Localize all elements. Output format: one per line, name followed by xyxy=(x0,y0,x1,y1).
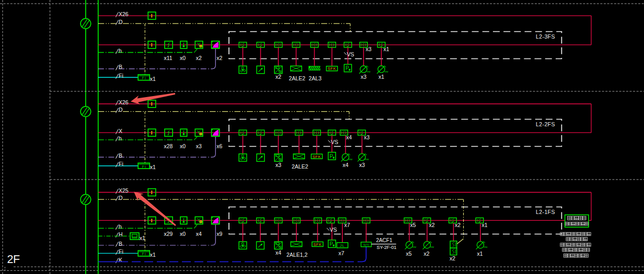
svg-text:F i: F i xyxy=(142,165,146,169)
svg-text:x2: x2 xyxy=(429,222,435,228)
svg-text:P: P xyxy=(329,241,333,247)
svg-text:x29: x29 xyxy=(164,231,173,237)
svg-text:X: X xyxy=(119,128,122,134)
svg-text:VS: VS xyxy=(331,139,338,145)
svg-text:x2: x2 xyxy=(275,74,281,80)
svg-text:x4: x4 xyxy=(346,134,352,140)
svg-text:x4: x4 xyxy=(343,162,349,168)
svg-text:x1: x1 xyxy=(150,76,156,82)
svg-text:x4: x4 xyxy=(275,249,281,256)
svg-text:B: B xyxy=(119,241,122,247)
svg-text:VS: VS xyxy=(330,227,337,233)
svg-text:B: B xyxy=(119,152,122,159)
svg-text:x1: x1 xyxy=(378,74,384,80)
svg-text:x3: x3 xyxy=(275,162,281,168)
svg-text:h: h xyxy=(119,135,122,141)
svg-text:x3: x3 xyxy=(361,74,366,80)
svg-text:D: D xyxy=(119,195,123,201)
svg-text:L2-2FS: L2-2FS xyxy=(536,121,555,127)
svg-text:D: D xyxy=(119,106,123,113)
svg-text:X26: X26 xyxy=(119,99,129,105)
svg-text:x7: x7 xyxy=(344,222,350,228)
svg-text:K: K xyxy=(119,257,122,263)
svg-text:x3: x3 xyxy=(359,162,365,168)
svg-text:x0: x0 xyxy=(180,231,186,237)
svg-text:S(Y): S(Y) xyxy=(363,243,369,246)
svg-text:2AL3: 2AL3 xyxy=(309,75,322,81)
svg-text:F i: F i xyxy=(142,252,146,256)
svg-text:x28: x28 xyxy=(164,143,173,149)
svg-text:L2-3FS: L2-3FS xyxy=(536,33,555,40)
svg-text:x3: x3 xyxy=(196,143,202,149)
svg-text:x4: x4 xyxy=(196,231,202,237)
svg-text:mv: mv xyxy=(412,245,416,248)
svg-text:H: H xyxy=(119,231,123,237)
svg-text:Fi: Fi xyxy=(119,73,123,79)
svg-text:P: P xyxy=(329,153,333,159)
svg-text:D: D xyxy=(119,19,123,25)
svg-text:x5: x5 xyxy=(410,222,416,228)
svg-text:X26: X26 xyxy=(119,11,129,17)
svg-text:x1: x1 xyxy=(477,251,483,257)
svg-text:x2: x2 xyxy=(424,251,430,257)
svg-text:SFK: SFK xyxy=(313,154,321,159)
svg-text:2ALE2: 2ALE2 xyxy=(292,163,308,170)
svg-text:2F: 2F xyxy=(7,253,20,266)
svg-text:SFK: SFK xyxy=(313,242,322,247)
svg-text:x3: x3 xyxy=(364,134,370,140)
svg-text:mv: mv xyxy=(385,70,388,73)
svg-text:x6: x6 xyxy=(216,143,222,149)
svg-text:mv: mv xyxy=(367,70,371,73)
svg-text:P: P xyxy=(346,65,349,71)
svg-text:x1: x1 xyxy=(384,46,389,52)
svg-text:2ALE1,2: 2ALE1,2 xyxy=(286,252,307,258)
svg-text:x9: x9 xyxy=(216,231,222,237)
svg-text:X25: X25 xyxy=(119,187,129,194)
svg-text:x5: x5 xyxy=(406,251,412,257)
svg-text:mv: mv xyxy=(430,245,434,248)
svg-text:x2: x2 xyxy=(196,55,202,61)
svg-text:Fi: Fi xyxy=(119,248,123,255)
svg-text:x1: x1 xyxy=(150,164,156,170)
svg-text:x1: x1 xyxy=(150,252,156,258)
svg-text:h: h xyxy=(119,223,122,230)
svg-text:x11: x11 xyxy=(164,55,172,61)
svg-text:x2: x2 xyxy=(455,222,461,228)
svg-text:2ALE2: 2ALE2 xyxy=(289,75,306,81)
svg-text:2ACF1: 2ACF1 xyxy=(376,237,393,243)
svg-text:SFK: SFK xyxy=(328,66,337,71)
svg-text:x7: x7 xyxy=(339,250,344,256)
svg-text:Fi: Fi xyxy=(119,161,123,167)
svg-text:mv: mv xyxy=(349,158,352,161)
svg-text:x1: x1 xyxy=(482,222,488,228)
svg-text:x2: x2 xyxy=(216,55,222,61)
svg-text:x3: x3 xyxy=(366,46,372,52)
svg-text:x2: x2 xyxy=(450,255,455,261)
svg-text:L2-1FS: L2-1FS xyxy=(536,209,555,215)
svg-text:SY-2F-01: SY-2F-01 xyxy=(377,244,397,250)
svg-text:x0: x0 xyxy=(180,143,186,149)
svg-text:B: B xyxy=(119,64,122,70)
svg-text:mv.: mv. xyxy=(484,245,488,248)
svg-text:JL: JL xyxy=(340,243,345,248)
svg-text:x0: x0 xyxy=(180,55,186,61)
svg-text:VS: VS xyxy=(347,51,354,57)
svg-text:x1: x1 xyxy=(140,235,145,241)
svg-text:mv: mv xyxy=(365,158,369,161)
svg-text:h: h xyxy=(119,47,122,54)
svg-text:F i: F i xyxy=(142,76,146,80)
